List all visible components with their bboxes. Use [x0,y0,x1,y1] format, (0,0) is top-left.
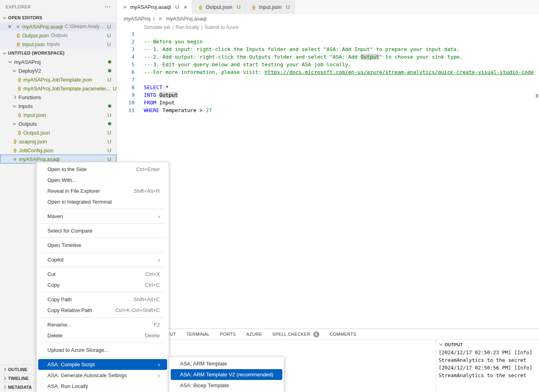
menu-item-label: ASA: ARM Template [180,361,275,367]
whitespace-dot: · [265,46,268,52]
open-editor-row[interactable]: {}Input.jsonInputsU [0,40,116,49]
close-icon[interactable]: × [184,4,187,10]
folder-name: Functions [18,94,41,100]
code-token: Output [159,92,178,98]
chevron-right-icon [3,368,6,371]
panel-tab-azure[interactable]: AZURE [246,332,262,337]
menu-item-rename-[interactable]: Rename...F2 [38,319,167,330]
code-token: --·For·more·information,·please·visit:· [144,69,265,75]
menu-item-reveal-in-file-explorer[interactable]: Reveal in File ExplorerShift+Alt+R [38,186,167,196]
whitespace-dot: · [444,54,447,60]
tree-item-myasaproj-jobtemplate-json[interactable]: {}myASAProj.JobTemplate.jsonU [0,75,116,84]
chevron-down-icon [13,68,16,71]
tree-item-myasaproj-jobtemplate-parameter-[interactable]: {}myASAProj.JobTemplate.parameter...U [0,84,116,93]
submenu-item-asa-bicep-template[interactable]: ASA: Bicep Template [171,380,282,391]
menu-item-open-with-[interactable]: Open With... [38,175,167,186]
menu-item-open-to-the-side[interactable]: Open to the SideCtrl+Enter [38,164,167,175]
codelens-action-run-locally[interactable]: Run locally [176,24,199,30]
more-actions-icon[interactable]: ⋯ [104,3,111,10]
panel-tab-spell-checker[interactable]: SPELL CHECKER6 [272,331,319,337]
menu-item-copilot[interactable]: Copilot› [38,254,167,265]
git-untracked-badge: U [108,77,111,83]
menu-item-asa-run-locally[interactable]: ASA: Run Locally [38,381,167,392]
tree-item-jobconfig-json[interactable]: {}JobConfig.jsonU [0,146,116,155]
open-editors-header[interactable]: OPEN EDITORS [0,13,116,22]
menu-item-cut[interactable]: CutCtrl+X [38,269,167,280]
code-line[interactable]: 3--·1.·Add·input:·right-click·the·Inputs… [117,45,539,53]
submenu-item-asa-arm-template[interactable]: ASA: ARM Template [171,358,282,369]
tree-item-asaproj-json[interactable]: {}asaproj.jsonU [0,137,116,146]
panel-tab-terminal[interactable]: TERMINAL [186,332,210,337]
breadcrumb-project[interactable]: myASAProj [124,16,150,22]
chevron-down-icon [13,121,16,125]
codelens-action-simulate-job[interactable]: Simulate job [144,24,170,30]
code-line[interactable]: 6--·For·more·information,·please·visit:·… [117,68,539,76]
code-line[interactable]: 4--·2.·Add·output:·right-click·the·Outpu… [117,53,539,61]
menu-item-copy-path[interactable]: Copy PathShift+Alt+C [38,294,167,305]
whitespace-dot: · [184,39,187,45]
menu-item-open-in-integrated-terminal[interactable]: Open in Integrated Terminal [38,196,167,207]
tree-item-outputs[interactable]: Outputs [0,119,116,128]
whitespace-dot: · [243,46,246,52]
panel-tab-comments[interactable]: COMMENTS [330,332,357,337]
workspace-header[interactable]: UNTITLED (WORKSPACE) [0,49,116,57]
code-editor[interactable]: Simulate job|Run locally|Submit to Azure… [117,23,539,329]
json-file-icon: {} [16,86,22,91]
code-token: · [156,92,159,98]
menu-item-delete[interactable]: DeleteDelete [38,330,167,341]
editor-tab-myasaproj-asaql[interactable]: ≡myASAProj.asaqlU× [117,0,192,14]
breadcrumb-file[interactable]: myASAProj.asaql [166,16,206,22]
whitespace-dot: · [357,54,361,60]
code-line[interactable]: 2--·Before·you·begin [117,38,539,45]
tree-item-deployv2[interactable]: DeployV2 [0,66,116,75]
code-line[interactable]: 7 [117,76,539,84]
chevron-down-icon [3,51,6,54]
code-text: --·2.·Add·output:·right-click·the·Output… [135,53,463,61]
modified-dot-badge [108,104,111,108]
git-untracked-badge: U [107,41,111,47]
whitespace-dot: · [345,54,348,60]
code-link[interactable]: https://docs.microsoft.com/en-us/azure/s… [265,69,534,75]
panel-tab-ports[interactable]: PORTS [220,332,236,337]
code-text [135,30,144,38]
submenu-item-asa-arm-template-v2-recommended-[interactable]: ASA: ARM Template V2 (recommended) [171,369,282,380]
open-editor-row[interactable]: {}Output.jsonOutputsU [0,31,116,40]
code-line[interactable]: 5--·3.·Edit·your·query·below·and·start·t… [117,61,539,68]
menu-item-maven[interactable]: Maven› [38,211,167,222]
menu-item-upload-to-azure-storage-[interactable]: Upload to Azure Storage... [38,345,167,355]
code-line[interactable]: 9INTO·Output [117,91,539,99]
line-number: 10 [117,99,135,106]
menu-item-select-for-compare[interactable]: Select for Compare [38,225,167,236]
section-label: OUTLINE [8,367,27,372]
tree-item-output-json[interactable]: {}Output.jsonU [0,128,116,137]
whitespace-dot: · [261,69,265,75]
output-pane-header[interactable]: OUTPUT [436,340,539,349]
code-text: SELECT·* [135,84,169,91]
folder-name: myASAProj [14,59,41,65]
menu-item-copy[interactable]: CopyCtrl+C [38,280,167,290]
editor-tab-output-json[interactable]: {}Output.jsonU [192,0,246,14]
code-token: Output [361,54,379,60]
chevron-right-icon [3,376,6,380]
code-line[interactable]: 1 [117,30,539,38]
tree-item-functions[interactable]: Functions [0,93,116,102]
editor-tab-input-json[interactable]: {}Input.jsonU [246,0,295,14]
code-line[interactable]: 10FROM·Input [117,99,539,106]
codelens-action-submit-to-azure[interactable]: Submit to Azure [204,24,239,30]
tab-label: myASAProj.asaql [130,4,171,10]
close-icon[interactable]: × [8,23,15,30]
open-editor-row[interactable]: ×≡myASAProj.asaqlC:\Stream Analyt...U [0,22,116,31]
tree-item-inputs[interactable]: Inputs [0,102,116,110]
tree-item-input-json[interactable]: {}Input.jsonU [0,110,116,119]
tree-item-myasaproj[interactable]: myASAProj [0,57,116,66]
line-number: 1 [117,30,135,38]
code-line[interactable]: 8SELECT·* [117,84,539,91]
menu-item-copy-relative-path[interactable]: Copy Relative PathCtrl+K Ctrl+Shift+C [38,305,167,316]
code-line[interactable]: 11WHERE·Temperature·>·27 [117,106,539,114]
whitespace-dot: · [156,100,159,106]
whitespace-dot: · [150,46,153,52]
menu-item-asa-compile-script[interactable]: ASA: Compile Script› [38,359,167,370]
menu-item-label: Delete [47,333,135,339]
menu-item-open-timeline[interactable]: Open Timeline [38,240,167,251]
menu-item-asa-generate-autoscale-settings[interactable]: ASA: Generate Autoscale Settings› [38,370,167,381]
